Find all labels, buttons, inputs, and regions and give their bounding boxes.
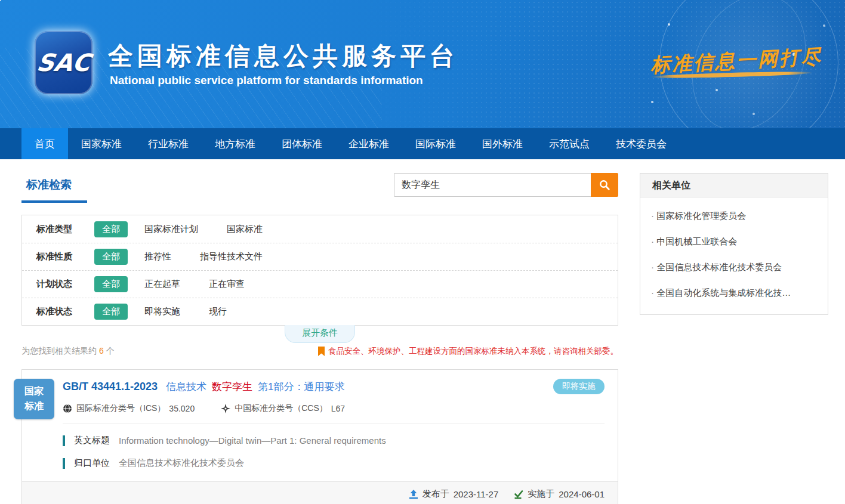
filter-box: 标准类型 全部 国家标准计划 国家标准 标准性质 全部 推荐性 指导性技术文件 … — [21, 215, 618, 326]
published-date: 2023-11-27 — [454, 489, 499, 499]
field-row-english-title: 英文标题 Information technology—Digital twin… — [63, 435, 605, 446]
search-icon — [599, 179, 610, 191]
filter-option[interactable]: 正在审查 — [209, 279, 245, 290]
sidebar-item-machinery-federation[interactable]: 中国机械工业联合会 — [651, 229, 817, 255]
page-title: 标准检索 — [21, 171, 87, 203]
result-count: 为您找到相关结果约6个 — [21, 346, 115, 357]
ics-value: 35.020 — [169, 404, 195, 413]
standard-title-link[interactable]: GB/T 43441.1-2023 信息技术 数字孪生 第1部分：通用要求 — [63, 380, 350, 394]
filter-option[interactable]: 正在起草 — [144, 279, 180, 290]
filter-row-plan-status: 计划状态 全部 正在起草 正在审查 — [22, 270, 618, 298]
card-body: GB/T 43441.1-2023 信息技术 数字孪生 第1部分：通用要求 即将… — [22, 370, 618, 469]
ccs-label: 中国标准分类号（CCS） — [235, 403, 328, 414]
field-label: 英文标题 — [74, 435, 110, 446]
ics-label: 国际标准分类号（ICS） — [76, 403, 165, 414]
result-count-number: 6 — [99, 346, 104, 355]
card-footer: 发布于 2023-11-27 实施于 2024-06-01 — [22, 481, 618, 504]
site-subtitle: National public service platform for sta… — [110, 74, 423, 87]
main-nav: 首页 国家标准 行业标准 地方标准 团体标准 企业标准 国际标准 国外标准 示范… — [0, 128, 845, 159]
filter-option[interactable]: 即将实施 — [144, 306, 180, 317]
standard-type-badge: 国家 标准 — [14, 379, 54, 419]
standard-title-part: 第1部分：通用要求 — [258, 380, 344, 394]
nav-item-enterprise-standards[interactable]: 企业标准 — [335, 128, 402, 159]
filter-option[interactable]: 国家标准 — [227, 224, 263, 235]
standard-title-part: 信息技术 — [166, 380, 206, 394]
sidebar-item-automation-committee[interactable]: 全国自动化系统与集成标准化技… — [651, 280, 817, 306]
card-title-row: GB/T 43441.1-2023 信息技术 数字孪生 第1部分：通用要求 即将… — [63, 379, 605, 394]
published-label: 发布于 — [422, 488, 449, 500]
search-section: 标准检索 — [21, 171, 618, 208]
field-value: 全国信息技术标准化技术委员会 — [119, 457, 244, 469]
filter-label: 标准状态 — [36, 306, 94, 317]
implement-check-icon — [514, 490, 523, 499]
search-input[interactable] — [394, 173, 591, 197]
filter-all-badge[interactable]: 全部 — [94, 304, 128, 320]
nav-item-local-standards[interactable]: 地方标准 — [202, 128, 269, 159]
filter-label: 标准类型 — [36, 224, 94, 235]
implemented-label: 实施于 — [528, 488, 554, 500]
nav-item-national-standards[interactable]: 国家标准 — [68, 128, 135, 159]
field-row-committee: 归口单位 全国信息技术标准化技术委员会 — [63, 457, 605, 469]
expand-conditions-button[interactable]: 展开条件 — [285, 325, 355, 343]
sidebar-item-it-standards-committee[interactable]: 全国信息技术标准化技术委员会 — [651, 255, 817, 280]
bookmark-icon — [317, 347, 325, 357]
classification-row: 国际标准分类号（ICS） 35.020 中国标准分类号（CCS） L67 — [63, 403, 605, 414]
nav-item-foreign-standards[interactable]: 国外标准 — [469, 128, 536, 159]
filter-option[interactable]: 推荐性 — [144, 251, 171, 262]
nav-item-pilot[interactable]: 示范试点 — [536, 128, 603, 159]
sparkle-dots — [0, 0, 1, 1]
filter-row-standard-type: 标准类型 全部 国家标准计划 国家标准 — [22, 215, 618, 243]
site-title: 全国标准信息公共服务平台 — [108, 39, 459, 73]
search-button[interactable] — [591, 173, 618, 197]
site-header: SAC 全国标准信息公共服务平台 National public service… — [0, 0, 845, 128]
filter-row-standard-nature: 标准性质 全部 推荐性 指导性技术文件 — [22, 243, 618, 270]
globe-icon — [63, 404, 72, 413]
published-date-group: 发布于 2023-11-27 — [409, 488, 499, 500]
field-accent-bar — [63, 458, 65, 469]
nav-item-industry-standards[interactable]: 行业标准 — [135, 128, 202, 159]
filter-label: 计划状态 — [36, 279, 94, 290]
content-left: 标准检索 标准类型 全部 国家标准计划 国家标准 标准性质 全部 推荐性 — [21, 171, 618, 504]
filter-row-standard-status: 标准状态 全部 即将实施 现行 — [22, 298, 618, 325]
standard-result-card: 国家 标准 GB/T 43441.1-2023 信息技术 数字孪生 第1部分：通… — [21, 369, 618, 504]
standard-code: GB/T 43441.1-2023 — [63, 381, 158, 393]
sac-logo-text: SAC — [35, 49, 92, 76]
filter-all-badge[interactable]: 全部 — [94, 221, 128, 237]
nav-item-international-standards[interactable]: 国际标准 — [402, 128, 469, 159]
publish-upload-icon — [409, 490, 418, 499]
filter-all-badge[interactable]: 全部 — [94, 276, 128, 292]
sidebar-item-sac[interactable]: 国家标准化管理委员会 — [651, 203, 817, 229]
field-value: Information technology—Digital twin—Part… — [119, 435, 386, 446]
main-content: 标准检索 标准类型 全部 国家标准计划 国家标准 标准性质 全部 推荐性 — [0, 159, 845, 504]
filter-all-badge[interactable]: 全部 — [94, 249, 128, 265]
filter-option[interactable]: 现行 — [209, 306, 227, 317]
field-accent-bar — [63, 435, 65, 446]
search-box — [394, 173, 618, 197]
ccs-value: L67 — [331, 404, 345, 413]
card-divider — [63, 423, 605, 423]
nav-item-technical-committees[interactable]: 技术委员会 — [603, 128, 680, 159]
filter-label: 标准性质 — [36, 251, 94, 262]
sac-logo[interactable]: SAC — [35, 31, 92, 94]
implemented-date: 2024-06-01 — [559, 489, 605, 499]
standard-title-highlight: 数字孪生 — [212, 380, 252, 394]
implemented-date-group: 实施于 2024-06-01 — [514, 488, 605, 500]
related-units-sidebar: 相关单位 国家标准化管理委员会 中国机械工业联合会 全国信息技术标准化技术委员会… — [640, 173, 828, 315]
status-badge: 即将实施 — [553, 379, 605, 394]
result-info-bar: 为您找到相关结果约6个 食品安全、环境保护、工程建设方面的国家标准未纳入本系统，… — [21, 346, 618, 357]
system-notice: 食品安全、环境保护、工程建设方面的国家标准未纳入本系统，请咨询相关部委。 — [317, 346, 618, 357]
filter-option[interactable]: 指导性技术文件 — [200, 251, 263, 262]
sidebar-title: 相关单位 — [640, 174, 828, 197]
notice-text: 食品安全、环境保护、工程建设方面的国家标准未纳入本系统，请咨询相关部委。 — [328, 346, 618, 357]
filter-option[interactable]: 国家标准计划 — [144, 224, 198, 235]
nav-item-group-standards[interactable]: 团体标准 — [269, 128, 335, 159]
field-label: 归口单位 — [74, 457, 110, 469]
sidebar-list: 国家标准化管理委员会 中国机械工业联合会 全国信息技术标准化技术委员会 全国自动… — [640, 197, 828, 314]
compass-icon — [221, 404, 230, 413]
nav-item-home[interactable]: 首页 — [21, 128, 68, 159]
